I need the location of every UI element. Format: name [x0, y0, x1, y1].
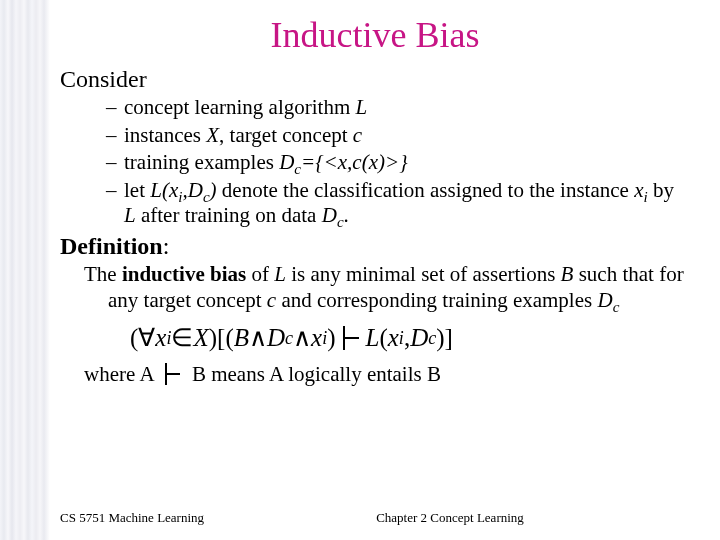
- forall: (∀: [130, 323, 155, 352]
- list-item: let L(xi,Dc) denote the classification a…: [106, 178, 690, 229]
- definition-label: Definition: [60, 233, 163, 259]
- brackets: )[(: [209, 324, 234, 352]
- close-brackets: )]: [436, 324, 453, 352]
- text: B means A logically entails B: [192, 362, 441, 386]
- var-X: X: [206, 123, 219, 147]
- text: The: [84, 262, 122, 286]
- var-L: L: [274, 262, 286, 286]
- list-item: training examples Dc={<x,c(x)>}: [106, 150, 690, 176]
- text: after training on data: [136, 203, 322, 227]
- footer-center: Chapter 2 Concept Learning: [210, 510, 690, 526]
- consider-list: concept learning algorithm L instances X…: [60, 95, 690, 229]
- left-decor-texture: [0, 0, 50, 540]
- footer-left: CS 5751 Machine Learning: [60, 510, 210, 526]
- text: ,D: [182, 178, 202, 202]
- text: let: [124, 178, 150, 202]
- and-symbol: ∧: [249, 323, 267, 352]
- open-paren: (: [379, 324, 387, 352]
- text: ): [210, 178, 217, 202]
- close-paren: ): [327, 324, 335, 352]
- sub-c: c: [337, 215, 344, 231]
- text: and corresponding training examples: [276, 288, 597, 312]
- colon: :: [163, 233, 170, 259]
- definition-paragraph: The inductive bias of L is any minimal s…: [84, 262, 690, 313]
- var-Lxi: L(x: [150, 178, 178, 202]
- text: .: [344, 203, 349, 227]
- var-D: D: [597, 288, 612, 312]
- text: where A: [84, 362, 153, 386]
- text: instances: [124, 123, 206, 147]
- var-L: L: [366, 324, 380, 352]
- slide-footer: CS 5751 Machine Learning Chapter 2 Conce…: [60, 510, 690, 526]
- var-x: x: [311, 324, 322, 352]
- entails-icon: [340, 326, 362, 350]
- var-B: B: [561, 262, 574, 286]
- text: , target concept: [219, 123, 353, 147]
- where-line: where A B means A logically entails B: [84, 362, 690, 387]
- consider-heading: Consider: [60, 66, 690, 93]
- var-c: c: [353, 123, 362, 147]
- entails-icon: [162, 363, 184, 385]
- text: denote the classification assigned to th…: [217, 178, 635, 202]
- sub-c: c: [294, 161, 301, 177]
- var-c: c: [267, 288, 276, 312]
- var-L: L: [356, 95, 368, 119]
- list-item: instances X, target concept c: [106, 123, 690, 149]
- slide-title: Inductive Bias: [60, 14, 690, 56]
- definition-heading: Definition:: [60, 233, 690, 260]
- var-x: x: [388, 324, 399, 352]
- text: by: [648, 178, 674, 202]
- term-inductive-bias: inductive bias: [122, 262, 246, 286]
- var-D: D: [322, 203, 337, 227]
- var-X: X: [193, 324, 208, 352]
- var-B: B: [234, 324, 249, 352]
- and-symbol: ∧: [293, 323, 311, 352]
- text: training examples: [124, 150, 279, 174]
- var-L: L: [124, 203, 136, 227]
- formula: (∀xi ∈ X)[(B ∧ Dc ∧ xi)L(xi, Dc)]: [130, 323, 690, 352]
- var-D: D: [267, 324, 285, 352]
- text: concept learning algorithm: [124, 95, 356, 119]
- text: is any minimal set of assertions: [286, 262, 561, 286]
- var-D: D: [279, 150, 294, 174]
- text: of: [246, 262, 274, 286]
- sub-c: c: [613, 299, 620, 315]
- set-expr: ={<x,c(x)>}: [301, 150, 408, 174]
- var-D: D: [410, 324, 428, 352]
- var-x: x: [155, 324, 166, 352]
- list-item: concept learning algorithm L: [106, 95, 690, 121]
- in-symbol: ∈: [171, 323, 193, 352]
